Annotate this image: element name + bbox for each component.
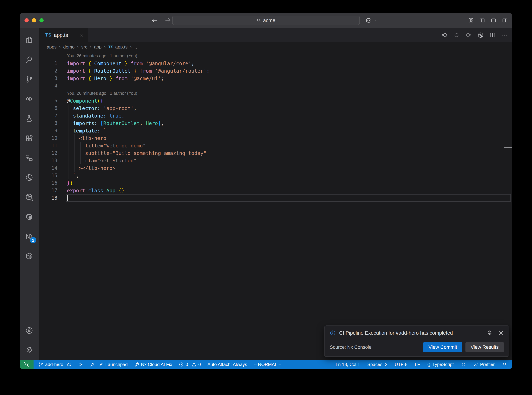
line-number: 1 <box>39 60 57 66</box>
close-window-button[interactable] <box>25 18 29 22</box>
copilot-menu[interactable] <box>365 17 377 24</box>
token: RouterOutlet <box>103 120 140 126</box>
breadcrumb-item-apps[interactable]: apps <box>47 44 56 50</box>
token: { <box>118 188 121 193</box>
sidebar-item-project-graph[interactable] <box>20 148 39 168</box>
breadcrumb-item-demo[interactable]: demo <box>63 44 75 50</box>
code-editor[interactable]: You, 26 minutes ago | 1 author (You)1imp… <box>39 51 512 360</box>
split-editor-button[interactable] <box>489 32 496 38</box>
token <box>67 128 73 134</box>
token: cta="Get Started" <box>67 158 137 164</box>
error-circle-icon <box>179 362 184 367</box>
sidebar-item-extensions[interactable] <box>20 128 39 148</box>
gitlens-graph-button[interactable] <box>478 32 484 38</box>
commit-graph-icon <box>78 362 83 367</box>
toggle-panel-button[interactable] <box>491 17 496 23</box>
line-number: 3 <box>39 76 57 81</box>
sidebar-item-containers[interactable] <box>20 246 39 266</box>
nav-current-button[interactable] <box>453 32 460 38</box>
line-number: 14 <box>39 165 57 171</box>
zoom-window-button[interactable] <box>39 18 44 22</box>
status-item-language-mode[interactable]: {}TypeScript <box>427 362 454 367</box>
token: { <box>88 76 91 81</box>
status-item-eol[interactable]: LF <box>415 362 420 367</box>
blame-text: You, 26 minutes ago | 1 author (You) <box>67 53 137 58</box>
commit-graph-search-icon <box>25 193 33 201</box>
token: } <box>109 76 112 81</box>
notification-settings-icon[interactable] <box>487 330 492 336</box>
status-item-copilot-status[interactable] <box>461 362 466 367</box>
notification-title: CI Pipeline Execution for #add-hero has … <box>339 330 481 336</box>
status-item-formatter[interactable]: Prettier <box>473 362 495 367</box>
view-commit-button[interactable]: View Commit <box>423 342 462 352</box>
status-item-encoding[interactable]: UTF-8 <box>395 362 408 367</box>
sidebar-item-testing[interactable] <box>20 109 39 128</box>
explorer-icon <box>25 36 33 44</box>
token: '@acme/ui' <box>131 76 161 81</box>
close-tab-icon[interactable] <box>79 33 84 38</box>
code-line: 14 ></lib-hero> <box>39 164 512 172</box>
nav-forward-button[interactable] <box>465 32 472 38</box>
sidebar-item-edge-browser[interactable] <box>20 207 39 226</box>
settings-icon <box>25 346 33 354</box>
sidebar-item-explorer[interactable] <box>20 30 39 50</box>
minimize-window-button[interactable] <box>32 18 36 22</box>
code-line: 6 selector: 'app-root', <box>39 104 512 112</box>
token: Component <box>70 98 97 104</box>
tab-app-ts[interactable]: TS app.ts <box>39 28 88 42</box>
status-item-notifications-bell[interactable] <box>502 362 507 367</box>
status-item-branch[interactable]: add-hero <box>38 362 72 367</box>
notification-source: Source: Nx Console <box>330 345 371 350</box>
breadcrumb-item-app[interactable]: app <box>94 44 102 50</box>
status-item-indentation[interactable]: Spaces: 2 <box>367 362 387 367</box>
token: subtitle="Build something amazing today" <box>67 150 206 156</box>
sidebar-item-gitlens[interactable] <box>20 168 39 187</box>
blame-row[interactable]: You, 26 minutes ago | 1 author (You) <box>39 89 512 97</box>
sidebar-item-search[interactable] <box>20 50 39 69</box>
account-icon <box>25 327 33 335</box>
status-item-auto-attach[interactable]: Auto Attach: Always <box>207 362 247 367</box>
token: , <box>134 105 137 111</box>
history-forward-button[interactable] <box>165 17 171 24</box>
remote-indicator[interactable] <box>20 360 33 369</box>
blame-annotation: You, 26 minutes ago | 1 author (You) <box>67 89 137 97</box>
line-number: 17 <box>39 188 57 193</box>
notification-close-icon[interactable] <box>498 330 504 336</box>
toggle-secondary-sidebar-button[interactable] <box>502 17 508 23</box>
status-label: UTF-8 <box>395 362 408 367</box>
status-item-launchpad[interactable]: Launchpad <box>90 362 128 367</box>
token: '@angular/core' <box>146 60 191 66</box>
status-label: LF <box>415 362 420 367</box>
indent-guide <box>74 134 75 172</box>
status-item-nx-cloud-ai-fix[interactable]: Nx Cloud AI Fix <box>134 362 172 367</box>
breadcrumb-item-src[interactable]: src <box>81 44 87 50</box>
sidebar-item-commit-graph-search[interactable] <box>20 187 39 207</box>
status-item-compare-changes[interactable] <box>78 362 83 367</box>
typescript-file-icon: TS <box>45 32 51 38</box>
tab-bar: TS app.ts <box>39 28 512 42</box>
view-results-button[interactable]: View Results <box>465 342 504 352</box>
blame-row[interactable]: You, 26 minutes ago | 1 author (You) <box>39 52 512 60</box>
token: imports <box>73 120 94 126</box>
sidebar-item-source-control[interactable] <box>20 69 39 89</box>
history-back-button[interactable] <box>151 17 158 24</box>
sidebar-item-settings[interactable] <box>20 340 39 360</box>
sidebar-item-run-debug[interactable] <box>20 89 39 109</box>
status-item-vim-mode[interactable]: -- NORMAL -- <box>254 362 281 367</box>
sidebar-item-account[interactable] <box>20 321 39 340</box>
breadcrumb-item-file[interactable]: TSapp.ts <box>108 44 128 50</box>
sidebar-item-nx-console[interactable]: 2 <box>20 226 39 246</box>
line-number: 2 <box>39 68 57 74</box>
breadcrumb-item-symbol[interactable]: … <box>134 44 139 50</box>
command-center-search[interactable]: acme <box>172 16 360 25</box>
status-item-cursor-position[interactable]: Ln 18, Col 1 <box>336 362 360 367</box>
nav-back-button[interactable] <box>441 32 448 38</box>
line-number: 11 <box>39 143 57 148</box>
rocket-icon <box>90 362 95 367</box>
status-item-problems[interactable]: 00 <box>179 362 201 367</box>
customize-layout-button[interactable] <box>468 17 474 23</box>
token <box>91 76 94 81</box>
indent-guide <box>68 104 69 179</box>
more-actions-button[interactable] <box>501 32 508 38</box>
toggle-sidebar-button[interactable] <box>479 17 485 23</box>
